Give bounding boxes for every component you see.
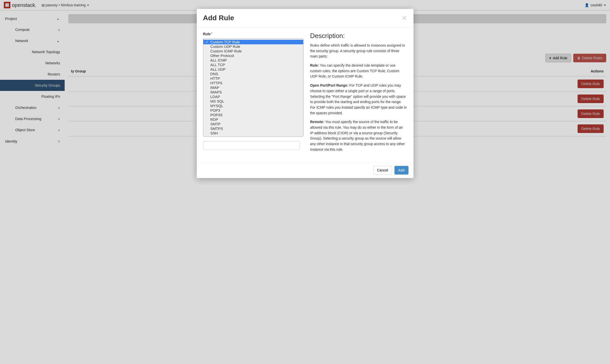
para-label: Rule: <box>310 63 319 67</box>
rule-field-label: Rule * <box>203 32 212 36</box>
label-text: Rule <box>203 32 211 36</box>
para-label: Open Port/Port Range: <box>310 83 348 87</box>
rule-option[interactable]: POP3 <box>203 108 303 113</box>
para-text: You must specify the source of the traff… <box>310 120 405 147</box>
rule-option[interactable]: MYSQL <box>203 104 303 108</box>
add-rule-modal: Add Rule ✕ Rule * ▲▼ ▲▼ ▲▼ ▲▼ Custom TCP… <box>197 9 414 147</box>
rule-option[interactable]: ALL UDP <box>203 67 303 72</box>
rule-option[interactable]: ALL TCP <box>203 63 303 67</box>
description-intro: Rules define which traffic is allowed to… <box>310 43 407 59</box>
rule-option[interactable]: IMAP <box>203 85 303 90</box>
rule-option[interactable]: LDAP <box>203 94 303 99</box>
modal-title: Add Rule <box>203 14 234 22</box>
rule-option[interactable]: RDP <box>203 117 303 122</box>
rule-option[interactable]: POP3S <box>203 113 303 117</box>
rule-option[interactable]: Custom ICMP Rule <box>203 49 303 53</box>
description-heading: Description: <box>310 32 407 40</box>
rule-option[interactable]: SSH <box>203 131 303 136</box>
rule-option[interactable]: Custom TCP Rule <box>203 40 303 44</box>
description-remote: Remote: You must specify the source of t… <box>310 119 407 147</box>
rule-option[interactable]: HTTP <box>203 76 303 81</box>
close-icon[interactable]: ✕ <box>402 14 407 22</box>
required-asterisk: * <box>211 32 212 35</box>
rule-option[interactable]: Custom UDP Rule <box>203 44 303 49</box>
rule-option[interactable]: IMAPS <box>203 90 303 94</box>
rule-option[interactable]: Other Protocol <box>203 53 303 58</box>
rule-option[interactable]: HTTPS <box>203 81 303 85</box>
para-text: You can specify the desired rule templat… <box>310 63 399 78</box>
para-text: For TCP and UDP rules you may choose to … <box>310 83 407 115</box>
rule-option[interactable]: ALL ICMP <box>203 58 303 63</box>
para-label: Remote: <box>310 120 324 124</box>
cidr-input-hidden[interactable] <box>203 141 300 147</box>
rule-dropdown-list: Custom TCP RuleCustom UDP RuleCustom ICM… <box>203 39 303 137</box>
description-port: Open Port/Port Range: For TCP and UDP ru… <box>310 83 407 116</box>
rule-option[interactable]: SMTP <box>203 122 303 126</box>
rule-option[interactable]: SMTPS <box>203 126 303 131</box>
rule-option[interactable]: DNS <box>203 72 303 76</box>
modal-overlay: Add Rule ✕ Rule * ▲▼ ▲▼ ▲▼ ▲▼ Custom TCP… <box>0 0 610 147</box>
description-rule: Rule: You can specify the desired rule t… <box>310 63 407 79</box>
rule-option[interactable]: MS SQL <box>203 99 303 104</box>
